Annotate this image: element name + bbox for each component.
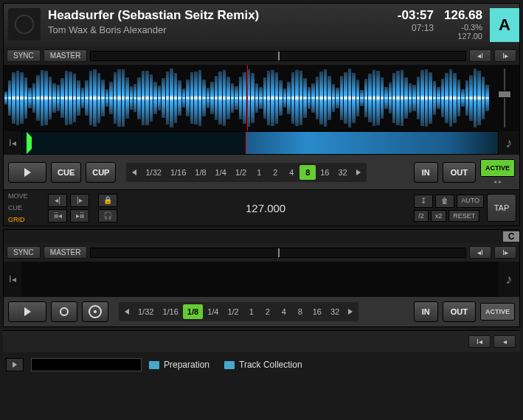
phase-meter[interactable] <box>90 248 466 258</box>
sync-button[interactable]: SYNC <box>7 49 41 62</box>
search-input[interactable] <box>31 358 142 371</box>
global-back-button[interactable]: ◂ <box>493 335 516 348</box>
global-prev-button[interactable]: Ⅰ◂ <box>468 335 491 348</box>
track-title: Headsurfer (Sebastian Seitz Remix) <box>48 8 398 23</box>
grid-half-button[interactable]: /2 <box>414 210 429 222</box>
deck-c: C SYNC MASTER ◂Ⅰ Ⅰ▸ Ⅰ◂ ♪ 1/321/161/81/41… <box>3 229 520 327</box>
grid-double-button[interactable]: x2 <box>431 210 447 222</box>
beatjump-4[interactable]: 4 <box>276 304 292 319</box>
grid-adjust-fwd-icon[interactable]: |▸ <box>70 194 89 207</box>
master-button[interactable]: MASTER <box>44 246 88 259</box>
beatjump-prev[interactable] <box>120 304 134 320</box>
beatjump-1-32[interactable]: 1/32 <box>141 165 165 180</box>
beatjump-1[interactable]: 1 <box>243 304 260 319</box>
loop-out-button[interactable]: OUT <box>443 301 476 322</box>
grid-bpm-display[interactable]: 127.000 <box>120 202 411 214</box>
loop-in-button[interactable]: IN <box>414 301 438 322</box>
loop-active-button[interactable]: ACTIVE <box>480 303 515 321</box>
beatjump-2[interactable]: 2 <box>260 304 276 319</box>
play-button[interactable] <box>8 301 46 322</box>
cue-button[interactable]: CUE <box>51 162 81 183</box>
grid-panel: MOVE CUE GRID ◂| ⅲ◂ |▸ ▸ⅲ 🔒 🎧 127.000 ↧ … <box>4 189 519 225</box>
folder-icon <box>224 361 235 369</box>
beatjump-1-4[interactable]: 1/4 <box>203 304 223 319</box>
tap-button[interactable]: TAP <box>487 194 516 222</box>
loop-active-button[interactable]: ACTIVE <box>480 159 515 177</box>
grid-set-icon[interactable]: ↧ <box>414 195 433 208</box>
beatjump-4[interactable]: 4 <box>283 165 299 180</box>
rec-button[interactable] <box>51 301 77 322</box>
grid-delete-icon[interactable]: 🗑 <box>435 195 454 208</box>
beatjump-1-4[interactable]: 1/4 <box>211 165 231 180</box>
grid-bpm-inc-icon[interactable]: ▸ⅲ <box>70 209 89 223</box>
time-remaining[interactable]: -03:57 <box>398 8 434 23</box>
tab-move[interactable]: MOVE <box>4 190 45 202</box>
beatjump-1-16[interactable]: 1/16 <box>158 304 182 319</box>
beatjump-next[interactable] <box>344 304 357 320</box>
beatjump-32[interactable]: 32 <box>326 304 344 319</box>
playhead <box>247 65 248 131</box>
gain-slider[interactable] <box>490 65 519 131</box>
skip-start-button[interactable]: Ⅰ◂ <box>4 267 21 291</box>
beatjump-selector-c: 1/321/161/81/41/212481632 <box>119 302 359 321</box>
key-icon[interactable]: ♪ <box>499 272 519 287</box>
tree-track-collection[interactable]: Track Collection <box>224 360 302 370</box>
cover-art[interactable] <box>8 8 41 41</box>
grid-adjust-back-icon[interactable]: ◂| <box>48 194 67 207</box>
loop-size-arrows[interactable]: ◂ ▸ <box>480 178 515 185</box>
tab-cue[interactable]: CUE <box>4 202 45 214</box>
beatjump-1-8[interactable]: 1/8 <box>183 304 203 319</box>
beatjump-8[interactable]: 8 <box>292 304 308 319</box>
beatjump-2[interactable]: 2 <box>267 165 283 180</box>
master-button[interactable]: MASTER <box>44 49 88 62</box>
sync-button[interactable]: SYNC <box>7 246 41 259</box>
seek-fwd-button[interactable]: Ⅰ▸ <box>494 246 516 259</box>
deck-letter[interactable]: A <box>490 8 519 42</box>
beatjump-1-8[interactable]: 1/8 <box>190 165 210 180</box>
beatjump-8[interactable]: 8 <box>299 165 316 180</box>
seek-back-button[interactable]: ◂Ⅰ <box>469 49 491 62</box>
beatjump-16[interactable]: 16 <box>316 165 333 180</box>
beatjump-prev[interactable] <box>128 164 141 181</box>
key-icon[interactable]: ♪ <box>499 136 519 151</box>
browser: Preparation Track Collection <box>3 355 520 374</box>
loop-out-button[interactable]: OUT <box>443 162 476 183</box>
global-transport: Ⅰ◂ ◂ <box>3 330 520 352</box>
cup-button[interactable]: CUP <box>86 162 116 183</box>
seek-fwd-button[interactable]: Ⅰ▸ <box>494 49 516 62</box>
track-overview[interactable] <box>21 131 499 155</box>
preview-play-button[interactable] <box>6 358 24 371</box>
beatjump-1[interactable]: 1 <box>251 165 267 180</box>
beatjump-1-16[interactable]: 1/16 <box>166 165 190 180</box>
transport-row: CUE CUP 1/321/161/81/41/212481632 IN OUT… <box>4 155 519 189</box>
deck-a: Headsurfer (Sebastian Seitz Remix) Tom W… <box>3 3 520 226</box>
grid-bpm-dec-icon[interactable]: ⅲ◂ <box>48 209 67 223</box>
waveform[interactable]: document.write(Array.from({length:120},(… <box>4 65 490 131</box>
bpm-value[interactable]: 126.68 <box>444 8 482 23</box>
waveform-area: document.write(Array.from({length:120},(… <box>4 65 519 131</box>
beatjump-16[interactable]: 16 <box>308 304 326 319</box>
beatjump-32[interactable]: 32 <box>333 165 351 180</box>
transport-row-c: 1/321/161/81/41/212481632 IN OUT ACTIVE <box>4 297 519 326</box>
beatjump-selector: 1/321/161/81/41/212481632 <box>126 163 366 182</box>
seek-back-button[interactable]: ◂Ⅰ <box>469 246 491 259</box>
grid-reset-button[interactable]: RESET <box>448 210 479 222</box>
skip-start-button[interactable]: Ⅰ◂ <box>4 131 21 155</box>
tree-preparation[interactable]: Preparation <box>149 360 209 370</box>
grid-lock-icon[interactable]: 🔒 <box>98 194 117 207</box>
grid-auto-button[interactable]: AUTO <box>457 195 484 208</box>
loop-in-button[interactable]: IN <box>414 162 438 183</box>
play-button[interactable] <box>8 162 46 183</box>
vinyl-button[interactable] <box>82 301 108 322</box>
tab-grid[interactable]: GRID <box>4 214 45 225</box>
beatjump-1-2[interactable]: 1/2 <box>223 304 243 319</box>
track-info: Headsurfer (Sebastian Seitz Remix) Tom W… <box>48 8 398 42</box>
beatjump-1-32[interactable]: 1/32 <box>134 304 158 319</box>
phase-meter[interactable] <box>90 51 466 61</box>
beatjump-next[interactable] <box>352 164 365 181</box>
deck-header: Headsurfer (Sebastian Seitz Remix) Tom W… <box>4 4 519 46</box>
waveform-empty[interactable] <box>21 262 499 297</box>
grid-headphone-icon[interactable]: 🎧 <box>98 209 117 223</box>
beatjump-1-2[interactable]: 1/2 <box>231 165 251 180</box>
deck-c-letter[interactable]: C <box>503 231 519 242</box>
